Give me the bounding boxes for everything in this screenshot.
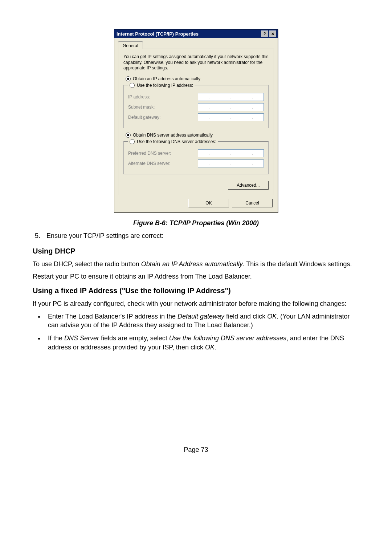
preferred-dns-field[interactable]: ... — [198, 149, 264, 157]
dhcp-paragraph-2: Restart your PC to ensure it obtains an … — [33, 272, 359, 281]
default-gateway-label: Default gateway: — [128, 115, 183, 120]
radio-obtain-dns-auto-label: Obtain DNS server address automatically — [133, 133, 213, 138]
radio-obtain-ip-auto-label: Obtain an IP address automatically — [133, 76, 200, 81]
ip-address-group: Use the following IP address: IP address… — [123, 83, 269, 128]
radio-use-following-dns-label: Use the following DNS server addresses: — [137, 139, 216, 144]
ip-address-field[interactable]: ... — [198, 93, 264, 101]
dialog-titlebar: Internet Protocol (TCP/IP) Properties ? … — [114, 29, 278, 38]
tab-content: You can get IP settings assigned automat… — [118, 49, 274, 195]
bullet-dns-server: If the DNS Server fields are empty, sele… — [44, 334, 359, 352]
heading-using-dhcp: Using DHCP — [33, 247, 359, 255]
radio-obtain-ip-auto[interactable] — [126, 76, 131, 81]
heading-fixed-ip: Using a fixed IP Address ("Use the follo… — [33, 287, 359, 295]
close-icon[interactable]: ✕ — [269, 31, 276, 37]
default-gateway-field[interactable]: ... — [198, 113, 264, 121]
ip-address-label: IP address: — [128, 94, 183, 100]
intro-text: You can get IP settings assigned automat… — [123, 54, 269, 71]
dns-address-group: Use the following DNS server addresses: … — [123, 139, 269, 174]
tab-general[interactable]: General — [118, 41, 143, 49]
bullet-default-gateway: Enter The Load Balancer's IP address in … — [44, 312, 359, 330]
step-5: Ensure your TCP/IP settings are correct: — [42, 232, 359, 240]
figure-caption: Figure B-6: TCP/IP Properties (Win 2000) — [33, 219, 359, 227]
dhcp-paragraph-1: To use DHCP, select the radio button Obt… — [33, 260, 359, 268]
alternate-dns-field[interactable]: ... — [198, 159, 264, 167]
page-number: Page 73 — [33, 446, 359, 454]
dialog-title: Internet Protocol (TCP/IP) Properties — [117, 31, 199, 37]
preferred-dns-label: Preferred DNS server: — [128, 151, 183, 156]
ok-button[interactable]: OK — [188, 199, 229, 207]
subnet-mask-label: Subnet mask: — [128, 105, 183, 110]
radio-use-following-ip[interactable] — [130, 83, 135, 88]
radio-use-following-ip-label: Use the following IP address: — [137, 83, 193, 88]
fixed-ip-intro: If your PC is already configured, check … — [33, 299, 359, 308]
cancel-button[interactable]: Cancel — [232, 199, 273, 207]
advanced-button[interactable]: Advanced... — [228, 181, 269, 190]
alternate-dns-label: Alternate DNS server: — [128, 161, 183, 166]
subnet-mask-field[interactable]: ... — [198, 103, 264, 111]
radio-obtain-dns-auto[interactable] — [126, 133, 131, 138]
radio-use-following-dns[interactable] — [130, 139, 135, 144]
help-icon[interactable]: ? — [261, 31, 268, 37]
tcpip-properties-dialog: Internet Protocol (TCP/IP) Properties ? … — [114, 29, 278, 213]
